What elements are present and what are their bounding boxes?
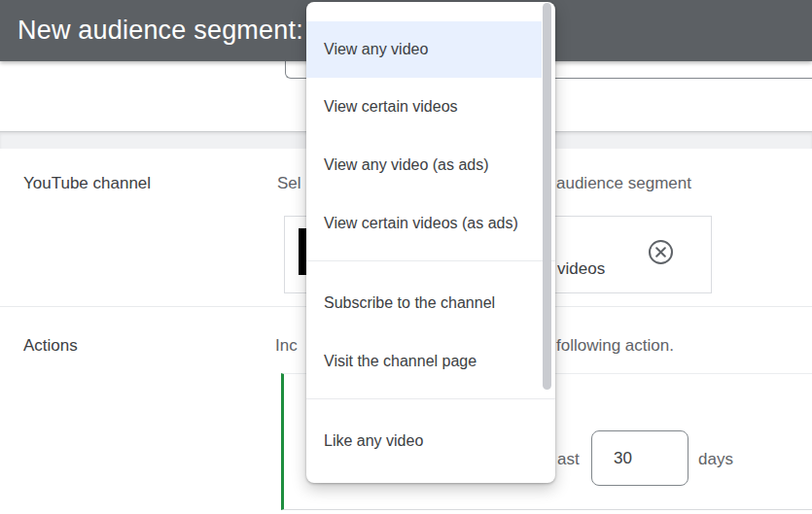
youtube-channel-label: YouTube channel [23,174,151,193]
channel-description-fragment-left: Sel [277,174,301,193]
menu-item-view-certain-videos-as-ads[interactable]: View certain videos (as ads) [306,194,555,253]
page-title: New audience segment: [18,16,303,46]
menu-item-view-any-video[interactable]: View any video [306,21,542,78]
lookback-days-unit: days [698,450,733,469]
chip-videos-text-fragment: videos [557,259,605,279]
channel-description-fragment-right: audience segment [556,174,691,193]
actions-label: Actions [23,336,78,356]
actions-description-fragment-left: Inc [275,336,298,356]
circled-x-icon [648,239,674,265]
menu-scrollbar[interactable] [543,3,551,390]
menu-divider [306,260,555,261]
menu-item-view-certain-videos[interactable]: View certain videos [306,78,555,136]
page: { "header": { "title": "New audience seg… [0,0,812,514]
actions-description-fragment-right: following action. [556,336,674,356]
menu-item-visit-channel-page[interactable]: Visit the channel page [306,332,555,391]
lookback-text-fragment: ast [557,450,580,469]
menu-item-view-any-video-as-ads[interactable]: View any video (as ads) [306,136,555,194]
lookback-days-input[interactable] [591,430,688,486]
menu-item-like-any-video[interactable]: Like any video [306,412,555,470]
interaction-dropdown-menu: View any video View certain videos View … [306,2,555,483]
menu-divider [306,398,555,399]
menu-item-subscribe-to-channel[interactable]: Subscribe to the channel [306,274,555,332]
chip-remove-button[interactable] [648,239,674,265]
